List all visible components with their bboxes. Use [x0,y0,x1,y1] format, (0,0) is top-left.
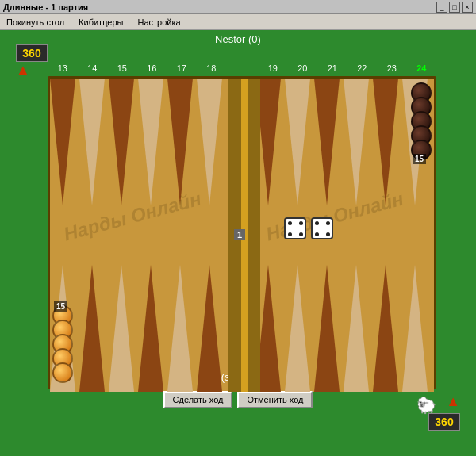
label-20: 20 [288,63,318,73]
svg-marker-3 [138,79,163,205]
board-left-half [50,79,228,392]
svg-marker-13 [285,79,310,205]
svg-marker-20 [314,265,340,392]
svg-marker-10 [167,265,193,392]
svg-marker-7 [79,265,105,392]
window-controls: _ □ × [436,2,473,13]
backgammon-board[interactable]: 15 Нарды Онлайн Нарды Онлайн 1 15 [48,76,436,389]
board-right-half: 15 [255,79,434,392]
make-move-button[interactable]: Сделать ход [163,391,233,408]
sheep-mascot: 🐑 [416,396,436,415]
label-17: 17 [167,63,197,73]
svg-marker-16 [373,79,398,205]
svg-marker-0 [50,79,75,205]
bar-checker-label: 1 [234,229,245,240]
title-bar: Длинные - 1 партия _ □ × [0,0,476,14]
label-21: 21 [317,63,347,73]
svg-marker-9 [138,265,163,392]
window-title: Длинные - 1 партия [3,2,88,12]
action-buttons-container: Сделать ход Отменить ход [0,391,476,408]
label-14: 14 [78,63,108,73]
top-point-labels: 13 14 15 16 17 18 19 20 21 22 23 24 [48,63,436,73]
svg-marker-5 [197,79,222,205]
label-19: 19 [258,63,288,73]
minimize-button[interactable]: _ [436,2,447,13]
label-15: 15 [107,63,137,73]
label-22: 22 [347,63,378,73]
svg-marker-22 [373,265,398,392]
svg-marker-23 [402,265,428,392]
dice-container [284,217,333,239]
svg-marker-11 [197,265,222,392]
top-score: 360 [16,44,48,62]
label-24: 24 [407,63,437,73]
svg-marker-19 [285,265,310,392]
svg-marker-4 [167,79,193,205]
die-1[interactable] [284,217,306,239]
label-23: 23 [377,63,407,73]
label-13: 13 [48,63,78,73]
cancel-move-button[interactable]: Отменить ход [237,391,313,408]
label-16: 16 [137,63,167,73]
top-home-icon: ▲ [16,62,30,79]
orange-checker-count: 15 [54,301,67,312]
label-18: 18 [197,63,227,73]
svg-marker-1 [79,79,105,205]
menu-kibitzers[interactable]: Кибитцеры [75,16,126,29]
dark-checker-count: 15 [413,154,426,164]
maximize-button[interactable]: □ [449,2,460,13]
svg-marker-14 [314,79,340,205]
menu-leave-table[interactable]: Покинуть стол [3,16,67,29]
game-area: Nestor (0) 360 ▲ 13 14 15 16 17 18 19 20… [0,30,476,456]
svg-marker-2 [109,79,134,205]
menu-bar: Покинуть стол Кибитцеры Настройка [0,14,476,30]
svg-marker-21 [344,265,369,392]
svg-marker-15 [344,79,369,205]
bottom-score: 360 [428,413,460,431]
close-button[interactable]: × [462,2,473,13]
top-player-label: Nestor (0) [215,33,261,45]
top-player-info: Nestor (0) [0,33,476,45]
menu-settings[interactable]: Настройка [134,16,183,29]
svg-marker-8 [109,265,134,392]
die-2[interactable] [311,217,333,239]
